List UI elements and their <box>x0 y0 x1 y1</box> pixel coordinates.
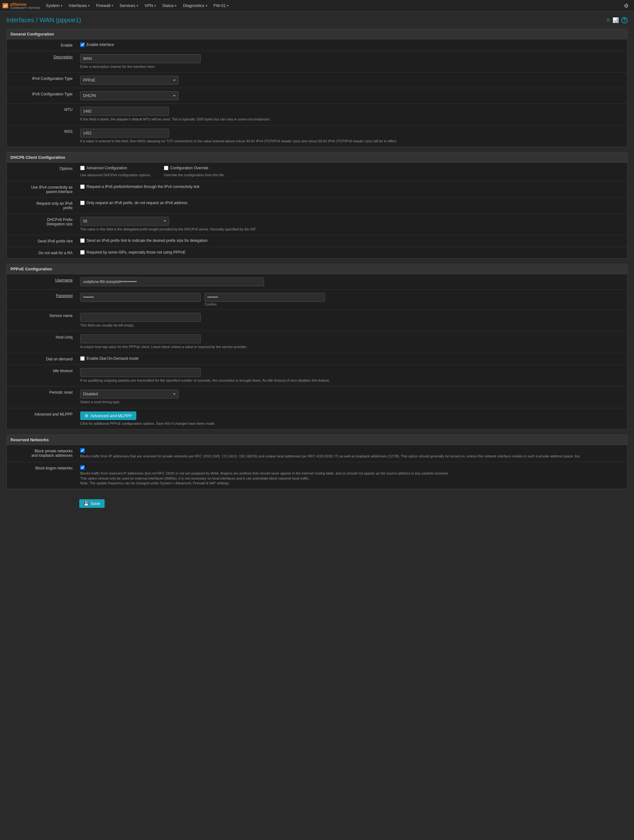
adv-config-check-label[interactable]: Advanced Configuration <box>80 166 151 170</box>
dhcp6-options-label: Options <box>7 163 76 181</box>
private-label: Block private networksand loopback addre… <box>7 445 76 462</box>
prefix-hint-check-label[interactable]: Send an IPv6 prefix hint to indicate the… <box>80 238 623 243</box>
description-hint: Enter a description (name) for the inter… <box>80 64 623 69</box>
idle-row: Idle timeout If no qualifying outgoing p… <box>7 365 627 387</box>
mlppp-row: Advanced and MLPPP ⚙ Advanced and MLPPP … <box>7 408 627 429</box>
password-content: Confirm <box>76 290 627 309</box>
delegation-content: 56 48 60 64 The value in this field is t… <box>76 214 627 235</box>
username-input[interactable] <box>80 277 264 286</box>
save-button[interactable]: 💾 Save <box>79 499 104 508</box>
nav-interfaces[interactable]: Interfaces▾ <box>66 0 93 11</box>
dhcp6-options-content: Advanced Configuration Use advanced DHCP… <box>76 163 627 181</box>
mlppp-button[interactable]: ⚙ Advanced and MLPPP <box>80 411 136 420</box>
hostuniq-content: A unique host tag value for this PPPoE c… <box>76 331 627 352</box>
confirm-label: Confirm <box>204 302 325 306</box>
password-input[interactable] <box>80 293 201 302</box>
help-icon[interactable]: ? <box>621 17 628 24</box>
enable-row: Enable Enable interface <box>7 39 627 51</box>
nav-vpn[interactable]: VPN▾ <box>141 0 159 11</box>
dial-row: Dial on demand Enable Dial-On-Demand mod… <box>7 353 627 365</box>
no-wait-row: Do not wait for a RA Required by some IS… <box>7 247 627 258</box>
adv-config-checkbox[interactable] <box>80 166 85 170</box>
hostuniq-hint: A unique host tag value for this PPPoE c… <box>80 344 623 349</box>
no-wait-check-label[interactable]: Required by some ISPs, especially those … <box>80 250 623 254</box>
description-content: Enter a description (name) for the inter… <box>76 51 627 72</box>
chart-icon[interactable]: 📊 <box>612 17 619 23</box>
ipv6-type-content: DHCP6 None Static IPv6 SLAAC <box>76 88 627 103</box>
chevron-down-icon: ▾ <box>154 4 156 7</box>
bogon-check-label[interactable] <box>80 465 623 470</box>
nav-status[interactable]: Status▾ <box>159 0 180 11</box>
password-label: Password <box>7 290 76 309</box>
no-wait-checkbox[interactable] <box>80 250 85 254</box>
ipv4-type-row: IPv4 Configuration Type PPPoE None Stati… <box>7 73 627 88</box>
page-header: Interfaces / WAN (pppoe1) 📊 ? <box>6 16 628 24</box>
config-override-check-label[interactable]: Configuration Override <box>164 166 225 170</box>
mtu-hint: If this field is blank, the adapter's de… <box>80 117 623 122</box>
mss-label: MSS <box>7 126 76 147</box>
save-icon: 💾 <box>84 501 89 506</box>
config-override-checkbox[interactable] <box>164 166 168 170</box>
chevron-down-icon: ▾ <box>88 4 90 7</box>
nav-system[interactable]: System▾ <box>43 0 66 11</box>
logout-button[interactable] <box>621 0 631 11</box>
service-content: This field can usually be left empty. <box>76 310 627 331</box>
enable-label: Enable <box>7 39 76 51</box>
nav-fw01[interactable]: FW-01▾ <box>210 0 232 11</box>
mlppp-hint: Click for additional PPPoE configuration… <box>80 421 623 426</box>
pppoe-section: PPPoE Configuration Username Password Co… <box>6 264 628 429</box>
nav-services[interactable]: Services▾ <box>116 0 141 11</box>
nav-firewall[interactable]: Firewall▾ <box>93 0 116 11</box>
config-override-hint: Override the configuration from this fil… <box>164 173 225 177</box>
ipv6-type-select[interactable]: DHCP6 None Static IPv6 SLAAC <box>80 91 179 100</box>
prefix-hint-content: Send an IPv6 prefix hint to indicate the… <box>76 235 627 246</box>
description-input[interactable] <box>80 54 201 63</box>
nav-diagnostics[interactable]: Diagnostics▾ <box>180 0 210 11</box>
enable-checkbox[interactable] <box>80 43 85 47</box>
bogon-content: Blocks traffic from reserved IP addresse… <box>76 462 627 489</box>
ipv4-conn-checkbox[interactable] <box>80 185 85 189</box>
save-area: 💾 Save <box>6 494 628 513</box>
enable-check-label[interactable]: Enable interface <box>80 43 623 47</box>
private-content: Blocks traffic from IP addresses that ar… <box>76 445 627 462</box>
ipv6-prefix-checkbox[interactable] <box>80 201 85 205</box>
idle-label: Idle timeout <box>7 365 76 386</box>
ipv6-prefix-check-label[interactable]: Only request an IPv6 prefix, do not requ… <box>80 201 623 205</box>
gear-icon: ⚙ <box>85 413 89 418</box>
bogon-checkbox[interactable] <box>80 465 85 470</box>
hostuniq-input[interactable] <box>80 335 201 343</box>
mss-input[interactable] <box>80 129 169 137</box>
no-wait-label: Do not wait for a RA <box>7 247 76 258</box>
ipv6-prefix-row: Request only an IPv6prefix Only request … <box>7 197 627 214</box>
ipv6-prefix-label: Request only an IPv6prefix <box>7 197 76 213</box>
periodic-row: Periodic reset Disabled Hourly Daily Wee… <box>7 387 627 408</box>
periodic-hint: Select a reset timing type. <box>80 400 623 404</box>
ipv4-conn-check-label[interactable]: Request a IPv6 prefix/information throug… <box>80 185 623 189</box>
adv-config-hint: Use advanced DHCPv6 configuration option… <box>80 173 151 177</box>
ipv4-type-select[interactable]: PPPoE None Static IPv4 DHCP <box>80 76 179 85</box>
general-section: General Configuration Enable Enable inte… <box>6 29 628 147</box>
idle-input[interactable] <box>80 368 201 377</box>
list-icon[interactable] <box>606 17 610 24</box>
private-check-label[interactable] <box>80 448 623 453</box>
chevron-down-icon: ▾ <box>137 4 138 7</box>
mlppp-content: ⚙ Advanced and MLPPP Click for additiona… <box>76 408 627 429</box>
dial-check-label[interactable]: Enable Dial-On-Demand mode <box>80 356 623 361</box>
mtu-input[interactable] <box>80 107 169 116</box>
delegation-row: DHCPv6 PrefixDelegation size 56 48 60 64… <box>7 214 627 235</box>
delegation-select[interactable]: 56 48 60 64 <box>80 217 169 226</box>
reserved-section: Reserved Networks Block private networks… <box>6 434 628 489</box>
ipv6-prefix-content: Only request an IPv6 prefix, do not requ… <box>76 197 627 213</box>
logo: pf <box>3 3 8 8</box>
mtu-row: MTU If this field is blank, the adapter'… <box>7 104 627 125</box>
private-checkbox[interactable] <box>80 448 85 453</box>
bogon-row: Block bogon networks Blocks traffic from… <box>7 462 627 489</box>
periodic-select[interactable]: Disabled Hourly Daily Weekly Monthly <box>80 390 179 398</box>
dial-checkbox[interactable] <box>80 356 85 361</box>
prefix-hint-checkbox[interactable] <box>80 238 85 243</box>
description-row: Description Enter a description (name) f… <box>7 51 627 73</box>
service-input[interactable] <box>80 313 201 322</box>
hostuniq-row: Host-Uniq A unique host tag value for th… <box>7 331 627 353</box>
confirm-input[interactable] <box>204 293 325 302</box>
idle-content: If no qualifying outgoing packets are tr… <box>76 365 627 386</box>
